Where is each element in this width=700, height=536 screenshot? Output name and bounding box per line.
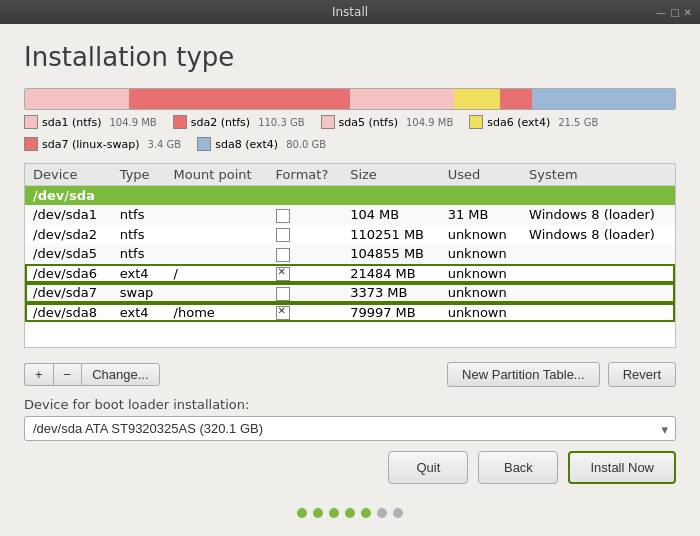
- legend-item-sda7: sda7 (linux-swap) 3.4 GB: [24, 137, 181, 151]
- legend-color-sda7: [24, 137, 38, 151]
- col-system: System: [521, 164, 675, 186]
- legend-label-sda6: sda6 (ext4): [487, 116, 550, 129]
- cell-format[interactable]: [268, 264, 343, 284]
- minimize-icon[interactable]: —: [656, 7, 666, 18]
- maximize-icon[interactable]: □: [670, 7, 679, 18]
- format-checkbox[interactable]: [276, 267, 290, 281]
- legend-color-sda8: [197, 137, 211, 151]
- legend-label-sda7: sda7 (linux-swap): [42, 138, 140, 151]
- partition-segment-sda1: [25, 89, 129, 109]
- sda-header-cell: /dev/sda: [25, 186, 675, 206]
- cell-size: 104855 MB: [342, 244, 440, 264]
- progress-dot-2: [329, 508, 339, 518]
- table-row[interactable]: /dev/sda8 ext4 /home 79997 MB unknown: [25, 303, 675, 323]
- legend-size-sda7: 3.4 GB: [148, 139, 182, 150]
- change-partition-button[interactable]: Change...: [81, 363, 159, 386]
- boot-loader-select-wrapper[interactable]: /dev/sda ATA ST9320325AS (320.1 GB): [24, 416, 676, 441]
- col-type: Type: [112, 164, 166, 186]
- legend-item-sda2: sda2 (ntfs) 110.3 GB: [173, 115, 305, 129]
- cell-device: /dev/sda1: [25, 205, 112, 225]
- legend-item-sda1: sda1 (ntfs) 104.9 MB: [24, 115, 157, 129]
- col-mount: Mount point: [166, 164, 268, 186]
- cell-mount: [166, 205, 268, 225]
- boot-loader-select[interactable]: /dev/sda ATA ST9320325AS (320.1 GB): [24, 416, 676, 441]
- quit-button[interactable]: Quit: [388, 451, 468, 484]
- table-row[interactable]: /dev/sda6 ext4 / 21484 MB unknown: [25, 264, 675, 284]
- table-controls: + − Change... New Partition Table... Rev…: [24, 362, 676, 387]
- add-partition-button[interactable]: +: [24, 363, 53, 386]
- format-checkbox[interactable]: [276, 248, 290, 262]
- cell-format[interactable]: [268, 244, 343, 264]
- table-row[interactable]: /dev/sda2 ntfs 110251 MB unknown Windows…: [25, 225, 675, 245]
- cell-used: unknown: [440, 303, 521, 323]
- table-row[interactable]: /dev/sda5 ntfs 104855 MB unknown: [25, 244, 675, 264]
- progress-dot-0: [297, 508, 307, 518]
- table-row[interactable]: /dev/sda1 ntfs 104 MB 31 MB Windows 8 (l…: [25, 205, 675, 225]
- cell-format[interactable]: [268, 283, 343, 303]
- cell-system: [521, 303, 675, 323]
- progress-dots: [24, 500, 676, 522]
- close-icon[interactable]: ✕: [684, 7, 692, 18]
- cell-size: 79997 MB: [342, 303, 440, 323]
- revert-button[interactable]: Revert: [608, 362, 676, 387]
- main-content: Installation type sda1 (ntfs) 104.9 MB s…: [0, 24, 700, 536]
- table-right-controls: New Partition Table... Revert: [447, 362, 676, 387]
- cell-type: ntfs: [112, 225, 166, 245]
- cell-device: /dev/sda2: [25, 225, 112, 245]
- partition-legend: sda1 (ntfs) 104.9 MB sda2 (ntfs) 110.3 G…: [24, 115, 676, 151]
- partition-bar-section: sda1 (ntfs) 104.9 MB sda2 (ntfs) 110.3 G…: [24, 88, 676, 151]
- cell-size: 21484 MB: [342, 264, 440, 284]
- partition-segment-sda2: [129, 89, 350, 109]
- cell-format[interactable]: [268, 205, 343, 225]
- format-checkbox[interactable]: [276, 228, 290, 242]
- partition-bar: [24, 88, 676, 110]
- table-header-row: Device Type Mount point Format? Size Use…: [25, 164, 675, 186]
- action-buttons: Quit Back Install Now: [24, 451, 676, 490]
- progress-dot-5: [377, 508, 387, 518]
- legend-label-sda1: sda1 (ntfs): [42, 116, 101, 129]
- format-checkbox[interactable]: [276, 287, 290, 301]
- legend-size-sda2: 110.3 GB: [258, 117, 304, 128]
- remove-partition-button[interactable]: −: [53, 363, 82, 386]
- table-row[interactable]: /dev/sda: [25, 186, 675, 206]
- cell-mount: /: [166, 264, 268, 284]
- table-row[interactable]: /dev/sda7 swap 3373 MB unknown: [25, 283, 675, 303]
- back-button[interactable]: Back: [478, 451, 558, 484]
- cell-size: 3373 MB: [342, 283, 440, 303]
- legend-item-sda6: sda6 (ext4) 21.5 GB: [469, 115, 598, 129]
- legend-color-sda6: [469, 115, 483, 129]
- format-checkbox[interactable]: [276, 209, 290, 223]
- partition-table-wrapper: Device Type Mount point Format? Size Use…: [24, 163, 676, 348]
- page-title: Installation type: [24, 42, 676, 72]
- cell-device: /dev/sda8: [25, 303, 112, 323]
- cell-device: /dev/sda6: [25, 264, 112, 284]
- boot-loader-section: Device for boot loader installation: /de…: [24, 397, 676, 441]
- boot-loader-label: Device for boot loader installation:: [24, 397, 676, 412]
- titlebar: Install — □ ✕: [0, 0, 700, 24]
- new-partition-table-button[interactable]: New Partition Table...: [447, 362, 600, 387]
- cell-type: ntfs: [112, 205, 166, 225]
- progress-dot-4: [361, 508, 371, 518]
- install-now-button[interactable]: Install Now: [568, 451, 676, 484]
- progress-dot-3: [345, 508, 355, 518]
- col-format: Format?: [268, 164, 343, 186]
- main-window: Install — □ ✕ Installation type sda1 (nt…: [0, 0, 700, 536]
- cell-mount: /home: [166, 303, 268, 323]
- legend-color-sda1: [24, 115, 38, 129]
- cell-device: /dev/sda7: [25, 283, 112, 303]
- cell-system: Windows 8 (loader): [521, 205, 675, 225]
- window-title: Install: [332, 5, 368, 19]
- format-checkbox[interactable]: [276, 306, 290, 320]
- legend-label-sda2: sda2 (ntfs): [191, 116, 250, 129]
- legend-size-sda1: 104.9 MB: [109, 117, 156, 128]
- cell-size: 104 MB: [342, 205, 440, 225]
- cell-format[interactable]: [268, 303, 343, 323]
- legend-item-sda8: sda8 (ext4) 80.0 GB: [197, 137, 326, 151]
- partition-segment-sda8: [532, 89, 675, 109]
- cell-used: unknown: [440, 264, 521, 284]
- cell-format[interactable]: [268, 225, 343, 245]
- window-controls[interactable]: — □ ✕: [656, 7, 692, 18]
- cell-system: [521, 264, 675, 284]
- partition-segment-sda7: [500, 89, 533, 109]
- cell-size: 110251 MB: [342, 225, 440, 245]
